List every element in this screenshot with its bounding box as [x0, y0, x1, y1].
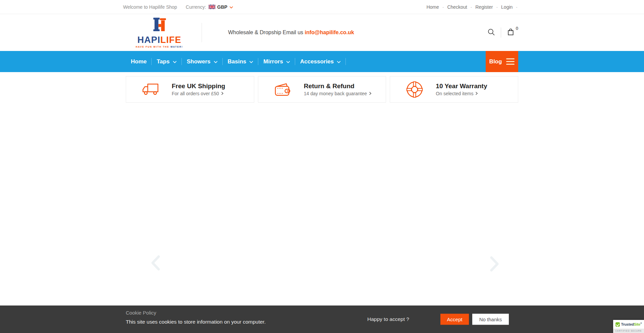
- currency-value: GBP: [217, 4, 227, 10]
- logo[interactable]: HAPILIFE HAVE FUN WITH THE WATER!: [135, 17, 183, 48]
- logo-pipe-icon: [151, 17, 168, 35]
- welcome-text: Welcome to Hapilife Shop: [123, 4, 177, 10]
- nav-link[interactable]: Accessories: [300, 58, 341, 65]
- contact-line: Wholesale & Dropship Email us info@hapil…: [228, 30, 354, 36]
- feature-title: 10 Year Warranty: [436, 82, 487, 90]
- nav-link[interactable]: Taps: [157, 58, 176, 65]
- nav-item: Home: [126, 51, 152, 72]
- contact-email-link[interactable]: info@hapilife.co.uk: [305, 30, 354, 35]
- nav-list: Home Taps Showers: [126, 51, 346, 72]
- feature-text: Free UK Shipping For all orders over £50: [172, 82, 225, 97]
- decline-cookies-button[interactable]: No thanks: [472, 314, 509, 325]
- header: HAPILIFE HAVE FUN WITH THE WATER! Wholes…: [0, 14, 644, 51]
- currency-selector[interactable]: Currency: GBP: [186, 4, 233, 10]
- hamburger-menu-icon: [506, 58, 515, 65]
- chevron-down-icon: [229, 4, 233, 10]
- separator-dot: ·: [471, 4, 472, 10]
- topbar-link-item: Register ·: [475, 4, 501, 10]
- chevron-right-icon: [475, 91, 478, 96]
- nav-link-label: Showers: [187, 58, 211, 65]
- feature-subtitle: For all orders over £50: [172, 91, 225, 96]
- lifebuoy-icon: [406, 80, 424, 99]
- cookie-prompt: Happy to accept ?: [367, 316, 409, 322]
- chevron-down-icon: [214, 58, 218, 65]
- separator-dot: ·: [516, 4, 518, 10]
- cookie-policy-title: Cookie Policy: [126, 310, 266, 316]
- chevron-down-icon: [249, 58, 253, 65]
- topbar-link[interactable]: Home: [426, 4, 439, 10]
- cookie-policy-message: This site uses cookies to store informat…: [126, 319, 266, 325]
- vertical-divider: [202, 23, 202, 42]
- cart-button[interactable]: 0: [507, 28, 518, 37]
- chevron-down-icon: [286, 58, 290, 65]
- feature-text: Return & Refund 14 day money back guaran…: [304, 82, 372, 97]
- nav-link[interactable]: Home: [131, 58, 147, 65]
- chevron-down-icon: [337, 58, 341, 65]
- chevron-right-icon: [369, 91, 372, 96]
- nav-link-label: Basins: [228, 58, 247, 65]
- cart-count-badge: 0: [516, 26, 518, 31]
- topbar-link-item: Login ·: [501, 4, 521, 10]
- feature-cards-row: Free UK Shipping For all orders over £50: [0, 76, 644, 103]
- chevron-down-icon: [173, 58, 177, 65]
- topbar-link[interactable]: Register: [475, 4, 493, 10]
- topbar-link[interactable]: Checkout: [447, 4, 467, 10]
- feature-subtitle: On selected items: [436, 91, 487, 96]
- separator-dot: ·: [442, 4, 444, 10]
- wallet-icon: [274, 82, 292, 97]
- feature-text: 10 Year Warranty On selected items: [436, 82, 487, 97]
- hero-slider: [0, 103, 644, 306]
- main-navbar: Home Taps Showers: [0, 51, 644, 72]
- nav-item: Accessories: [295, 51, 346, 72]
- search-icon: [487, 28, 495, 37]
- logo-tagline: HAVE FUN WITH THE WATER!: [136, 46, 183, 48]
- slider-prev-button[interactable]: [150, 254, 162, 273]
- chevron-right-icon: [488, 269, 500, 274]
- nav-link-label: Accessories: [300, 58, 334, 65]
- nav-link-label: Mirrors: [263, 58, 283, 65]
- topbar-link-item: Checkout ·: [447, 4, 475, 10]
- trustedsite-brand: TrustedSite®: [621, 322, 642, 326]
- slider-next-button[interactable]: [488, 255, 500, 274]
- separator-dot: ·: [496, 4, 498, 10]
- nav-link-label: Taps: [157, 58, 169, 65]
- nav-link[interactable]: Showers: [187, 58, 218, 65]
- chevron-right-icon: [221, 91, 224, 96]
- blog-label: Blog: [489, 58, 502, 65]
- topbar-link-item: Home ·: [426, 4, 447, 10]
- topbar-link[interactable]: Login: [501, 4, 513, 10]
- feature-subtitle: 14 day money back guarantee: [304, 91, 372, 96]
- check-icon: [615, 322, 620, 327]
- accept-cookies-button[interactable]: Accept: [440, 314, 469, 325]
- feature-card[interactable]: 10 Year Warranty On selected items: [390, 76, 518, 103]
- shopping-bag-icon: [507, 28, 515, 37]
- uk-flag-icon: [209, 5, 215, 9]
- blog-button[interactable]: Blog: [486, 51, 518, 72]
- truck-icon: [142, 83, 160, 96]
- nav-link[interactable]: Basins: [228, 58, 254, 65]
- feature-card[interactable]: Return & Refund 14 day money back guaran…: [258, 76, 386, 103]
- nav-link-label: Home: [131, 58, 147, 65]
- topbar-links: Home · Checkout · Register · Login ·: [426, 4, 521, 10]
- currency-label: Currency:: [186, 4, 206, 10]
- topbar: Welcome to Hapilife Shop Currency: GBP: [0, 0, 644, 14]
- feature-card[interactable]: Free UK Shipping For all orders over £50: [126, 76, 254, 103]
- vertical-divider: [501, 27, 501, 38]
- trustedsite-caption: CERTIFIED SECURE: [613, 329, 644, 333]
- nav-item: Basins: [223, 51, 259, 72]
- nav-link[interactable]: Mirrors: [263, 58, 290, 65]
- nav-item: Showers: [182, 51, 223, 72]
- chevron-left-icon: [150, 268, 162, 273]
- nav-item: Taps: [152, 51, 181, 72]
- trustedsite-badge[interactable]: TrustedSite® CERTIFIED SECURE: [613, 320, 644, 333]
- search-button[interactable]: [487, 28, 495, 37]
- contact-text: Wholesale & Dropship Email us: [228, 30, 305, 35]
- cookie-consent-bar: Cookie Policy This site uses cookies to …: [0, 306, 644, 333]
- nav-item: Mirrors: [258, 51, 295, 72]
- logo-wordmark: HAPILIFE: [137, 36, 181, 45]
- feature-title: Return & Refund: [304, 82, 372, 90]
- feature-title: Free UK Shipping: [172, 82, 225, 90]
